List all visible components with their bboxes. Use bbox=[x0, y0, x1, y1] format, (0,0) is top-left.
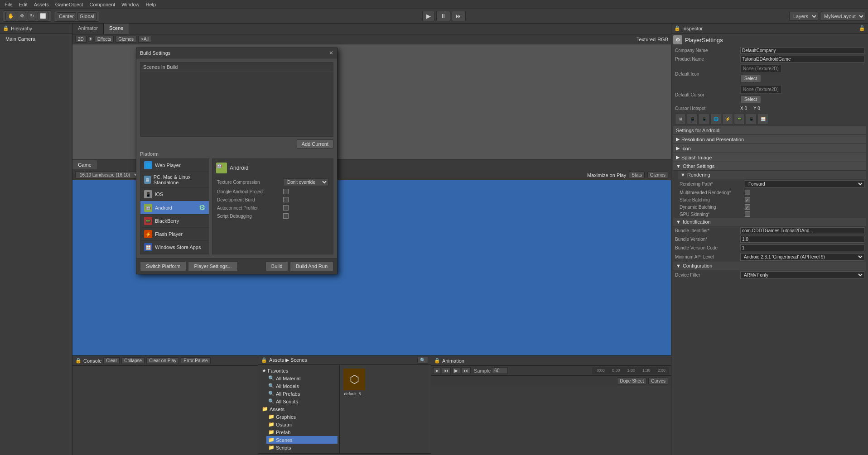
static-batching-checkbox[interactable]: ✓ bbox=[745, 197, 750, 202]
platform-icon-ios[interactable]: 📱 bbox=[699, 114, 709, 125]
multithreaded-checkbox[interactable] bbox=[745, 190, 750, 195]
inspector-lock-icon[interactable]: 🔒 bbox=[674, 25, 680, 31]
platform-bb[interactable]: 📟 BlackBerry bbox=[140, 215, 209, 228]
game-tab[interactable]: Game bbox=[72, 160, 97, 169]
hierarchy-item-camera[interactable]: Main Camera bbox=[2, 35, 70, 43]
identification-header[interactable]: ▼ Identification bbox=[673, 218, 866, 226]
scene-tab[interactable]: Scene bbox=[104, 24, 129, 34]
bundle-version-input[interactable] bbox=[740, 236, 864, 243]
google-android-checkbox[interactable] bbox=[283, 189, 289, 194]
scale-tool[interactable]: ⬜ bbox=[38, 12, 48, 20]
modal-close-button[interactable]: ✕ bbox=[329, 50, 333, 56]
all-button[interactable]: >All bbox=[138, 36, 151, 43]
company-name-input[interactable] bbox=[740, 47, 864, 54]
prefab-folder[interactable]: 📁 Prefab bbox=[266, 428, 338, 436]
menu-assets[interactable]: Assets bbox=[31, 1, 52, 8]
dope-sheet-btn[interactable]: Dope Sheet bbox=[617, 378, 646, 384]
platform-store[interactable]: 🪟 Windows Store Apps bbox=[140, 241, 209, 254]
anim-prev-btn[interactable]: ⏮ bbox=[442, 367, 451, 374]
rendering-path-select[interactable]: Forward bbox=[745, 180, 864, 188]
rendering-header[interactable]: ▼ Rendering bbox=[678, 171, 866, 179]
min-api-select[interactable]: Android 2.3.1 'Gingerbread' (API level 9… bbox=[740, 253, 864, 261]
clear-on-play-button[interactable]: Clear on Play bbox=[146, 357, 179, 364]
bundle-version-code-input[interactable] bbox=[740, 244, 864, 251]
hierarchy-lock-icon[interactable]: 🔒 bbox=[3, 25, 9, 31]
hand-tool[interactable]: ✋ bbox=[5, 12, 16, 20]
all-material-item[interactable]: 🔍 All Material bbox=[266, 374, 338, 382]
texture-compression-select[interactable]: Don't override bbox=[283, 178, 328, 186]
other-section-header[interactable]: ▼ Other Settings bbox=[673, 162, 866, 171]
product-name-input[interactable] bbox=[740, 56, 864, 62]
scripts-folder[interactable]: 📁 Scripts bbox=[266, 444, 338, 451]
animation-lock-icon[interactable]: 🔒 bbox=[434, 358, 440, 364]
play-button[interactable]: ▶ bbox=[422, 11, 435, 21]
switch-platform-button[interactable]: Switch Platform bbox=[140, 261, 186, 271]
stats-button[interactable]: Stats bbox=[629, 172, 645, 178]
icon-section-header[interactable]: ▶ Icon bbox=[673, 144, 866, 153]
platform-ios[interactable]: 📱 iOS bbox=[140, 188, 209, 201]
menu-gameobject[interactable]: GameObject bbox=[53, 1, 86, 8]
anim-next-btn[interactable]: ⏭ bbox=[462, 367, 471, 374]
build-button[interactable]: Build bbox=[265, 261, 288, 271]
platform-flash[interactable]: ⚡ Flash Player bbox=[140, 228, 209, 241]
all-scripts-item[interactable]: 🔍 All Scripts bbox=[266, 398, 338, 405]
build-and-run-button[interactable]: Build And Run bbox=[290, 261, 333, 271]
anim-record-btn[interactable]: ● bbox=[433, 367, 440, 374]
menu-file[interactable]: File bbox=[2, 1, 15, 8]
console-lock-icon[interactable]: 🔒 bbox=[75, 358, 82, 364]
script-debug-checkbox[interactable] bbox=[283, 213, 289, 219]
dynamic-batching-checkbox[interactable]: ✓ bbox=[745, 204, 750, 210]
collapse-button[interactable]: Collapse bbox=[121, 357, 145, 364]
player-settings-button[interactable]: Player Settings... bbox=[188, 261, 237, 271]
platform-icon-android[interactable]: 📱 bbox=[687, 114, 698, 125]
anim-play-btn[interactable]: ▶ bbox=[452, 367, 460, 374]
platform-icon-metro[interactable]: 🪟 bbox=[757, 114, 768, 125]
resolution-section-header[interactable]: ▶ Resolution and Presentation bbox=[673, 135, 866, 144]
game-gizmos-button[interactable]: Gizmos bbox=[647, 172, 668, 178]
inspector-lock-toggle[interactable]: 🔓 bbox=[859, 25, 865, 31]
project-lock-icon[interactable]: 🔒 bbox=[261, 357, 267, 363]
platform-icon-wp8[interactable]: 📱 bbox=[746, 114, 757, 125]
clear-button[interactable]: Clear bbox=[103, 357, 120, 364]
platform-web-player[interactable]: 🌐 Web Player bbox=[140, 159, 209, 172]
bundle-id-input[interactable] bbox=[740, 227, 864, 234]
animator-tab[interactable]: Animator bbox=[72, 24, 104, 34]
sample-input[interactable] bbox=[492, 367, 508, 374]
step-button[interactable]: ⏭ bbox=[452, 11, 466, 21]
device-filter-select[interactable]: ARMv7 only bbox=[740, 271, 864, 279]
layout-dropdown[interactable]: MyNewLayout bbox=[820, 12, 865, 21]
platform-pc[interactable]: 🖥 PC, Mac & Linux Standalone bbox=[140, 172, 209, 188]
configuration-header[interactable]: ▼ Configuration bbox=[673, 262, 866, 270]
add-current-button[interactable]: Add Current bbox=[297, 139, 333, 148]
platform-icon-standalone[interactable]: 🖥 bbox=[675, 114, 686, 125]
graphics-folder[interactable]: 📁 Graphics bbox=[266, 413, 338, 421]
menu-window[interactable]: Window bbox=[119, 1, 142, 8]
2d-button[interactable]: 2D bbox=[75, 36, 87, 43]
scenes-folder[interactable]: 📁 Scenes bbox=[266, 436, 338, 444]
development-build-checkbox[interactable] bbox=[283, 197, 289, 202]
assets-item[interactable]: 📁 Assets bbox=[260, 405, 338, 413]
error-pause-button[interactable]: Error Pause bbox=[181, 357, 210, 364]
resolution-dropdown[interactable]: 16:10 Landscape (16:10) bbox=[75, 171, 140, 179]
platform-icon-webplayer[interactable]: 🌐 bbox=[710, 114, 721, 125]
autoconnect-checkbox[interactable] bbox=[283, 205, 289, 211]
effects-button[interactable]: Effects bbox=[95, 36, 114, 43]
splash-section-header[interactable]: ▶ Splash Image bbox=[673, 153, 866, 162]
layers-dropdown[interactable]: Layers bbox=[789, 12, 818, 21]
move-tool[interactable]: ✥ bbox=[18, 12, 26, 20]
file-item-default5[interactable]: ⬡ default_5... bbox=[343, 369, 365, 396]
icon-select-btn[interactable]: Select bbox=[740, 75, 761, 82]
platform-icon-bb[interactable]: 📟 bbox=[734, 114, 745, 125]
search-button[interactable]: 🔍 bbox=[417, 357, 428, 364]
all-prefabs-item[interactable]: 🔍 All Prefabs bbox=[266, 390, 338, 398]
ostatni-folder[interactable]: 📁 Ostatni bbox=[266, 421, 338, 428]
cursor-select-btn[interactable]: Select bbox=[740, 96, 761, 103]
menu-help[interactable]: Help bbox=[143, 1, 159, 8]
rotate-tool[interactable]: ↻ bbox=[28, 12, 36, 20]
all-models-item[interactable]: 🔍 All Models bbox=[266, 382, 338, 390]
global-button[interactable]: Global bbox=[77, 12, 96, 20]
center-button[interactable]: Center bbox=[57, 12, 76, 20]
pause-button[interactable]: ⏸ bbox=[436, 11, 450, 21]
favorites-item[interactable]: ★ Favorites bbox=[260, 367, 338, 374]
platform-icon-flash[interactable]: ⚡ bbox=[722, 114, 733, 125]
